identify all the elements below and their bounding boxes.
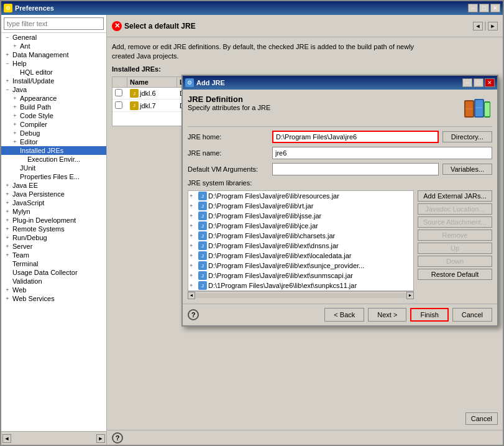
sidebar-item-hql-editor[interactable]: + HQL editor [1, 68, 106, 77]
sidebar-item-compiler[interactable]: + Compiler [1, 120, 106, 129]
libraries-section: + J D:\Program Files\Java\jre6\lib\resou… [188, 190, 492, 299]
variables-button[interactable]: Variables... [442, 164, 492, 175]
down-button[interactable]: Down [418, 256, 492, 267]
sidebar-item-junit[interactable]: + JUnit [1, 164, 106, 172]
list-item[interactable]: + J D:\Program Files\Java\jre6\lib\ext\s… [188, 261, 413, 271]
restore-default-button[interactable]: Restore Default [418, 269, 492, 280]
sidebar-item-web[interactable]: + Web [1, 286, 106, 294]
finish-button[interactable]: Finish [410, 308, 448, 322]
sidebar-item-label: Properties Files E... [20, 173, 80, 180]
sidebar-item-run-debug[interactable]: + Run/Debug [1, 233, 106, 242]
list-item[interactable]: + J D:\1Program Files\Java\jre6\lib\ext\… [188, 281, 413, 290]
scroll-track [195, 293, 406, 298]
sidebar-item-build-path[interactable]: + Build Path [1, 103, 106, 111]
sidebar-item-execution-env[interactable]: + Execution Envir... [1, 155, 106, 164]
list-item[interactable]: + J D:\Program Files\Java\jre6\lib\ext\s… [188, 271, 413, 281]
libraries-buttons: Add External JARs... Javadoc Location...… [418, 190, 492, 299]
sidebar-item-general[interactable]: − General [1, 33, 106, 42]
minimize-button[interactable]: − [468, 4, 478, 12]
sidebar-item-label: Run/Debug [12, 234, 47, 241]
expand-icon: + [190, 282, 197, 289]
javadoc-location-button[interactable]: Javadoc Location... [418, 203, 492, 215]
sidebar-item-data-management[interactable]: + Data Management [1, 50, 106, 59]
vm-args-input[interactable] [272, 163, 439, 175]
sidebar-item-help[interactable]: − Help [1, 59, 106, 68]
sidebar-item-usage-data-collector[interactable]: + Usage Data Collector [1, 268, 106, 277]
jar-icon: J [198, 281, 207, 290]
sidebar-item-remote-systems[interactable]: + Remote Systems [1, 225, 106, 233]
jre-name-input[interactable] [272, 147, 492, 159]
list-item[interactable]: + J D:\Program Files\Java\jre6\lib\rt.ja… [188, 201, 413, 211]
title-bar: ⚙ Preferences − □ ✕ [1, 1, 503, 15]
sidebar-item-java-ee[interactable]: + Java EE [1, 181, 106, 190]
sidebar-item-debug[interactable]: + Debug [1, 129, 106, 137]
expand-icon: + [4, 243, 11, 250]
sidebar-item-ant[interactable]: + Ant [1, 42, 106, 50]
list-item[interactable]: + J D:\Program Files\Java\jre6\lib\jsse.… [188, 211, 413, 221]
sidebar-item-server[interactable]: + Server [1, 242, 106, 251]
filter-input[interactable] [4, 17, 104, 30]
list-item[interactable]: + J D:\Program Files\Java\jre6\lib\jce.j… [188, 221, 413, 231]
title-bar-buttons: − □ ✕ [468, 4, 500, 12]
sidebar-item-java[interactable]: − Java [1, 85, 106, 94]
list-item[interactable]: + J D:\Program Files\Java\jre6\lib\ext\d… [188, 241, 413, 251]
sidebar-item-properties-files[interactable]: + Properties Files E... [1, 172, 106, 181]
sidebar-item-validation[interactable]: + Validation [1, 277, 106, 286]
scroll-left-button[interactable]: ◄ [188, 292, 195, 299]
sidebar-item-editor[interactable]: + Editor [1, 137, 106, 146]
close-button[interactable]: ✕ [490, 4, 500, 12]
scroll-right-button[interactable]: ► [406, 292, 414, 299]
list-item[interactable]: + J D:\Program Files\Java\jre6\lib\ext\l… [188, 251, 413, 261]
libraries-remove-button[interactable]: Remove [418, 230, 492, 241]
right-body: Add, remove or edit JRE definitions. By … [107, 37, 503, 430]
up-button[interactable]: Up [418, 243, 492, 254]
cancel-button[interactable]: Cancel [452, 308, 492, 322]
sidebar-bottom-bar: ◄ ► [1, 431, 106, 445]
sidebar-item-plugin-development[interactable]: + Plug-in Development [1, 216, 106, 225]
svg-rect-3 [475, 100, 483, 116]
dialog-maximize-button[interactable]: □ [474, 78, 483, 87]
sidebar-item-team[interactable]: + Team [1, 251, 106, 259]
sidebar-item-label: Data Management [12, 51, 69, 58]
dialog-body: JRE Definition Specify attributes for a … [183, 90, 497, 304]
sidebar-item-label: Plug-in Development [12, 216, 76, 224]
sidebar-item-appearance[interactable]: + Appearance [1, 94, 106, 103]
nav-forward-button[interactable]: ► [488, 22, 498, 30]
sidebar-item-code-style[interactable]: + Code Style [1, 111, 106, 120]
maximize-button[interactable]: □ [479, 4, 489, 12]
dialog-header-title: JRE Definition [188, 95, 456, 104]
sidebar-item-java-persistence[interactable]: + Java Persistence [1, 190, 106, 198]
source-attachment-button[interactable]: Source Attachment... [418, 216, 492, 228]
help-button[interactable]: ? [112, 432, 123, 444]
jre-home-row: JRE home: Directory... [188, 131, 492, 143]
lib-item-label: D:\Program Files\Java\jre6\lib\ext\sunjc… [208, 262, 364, 269]
sidebar-item-installed-jres[interactable]: − Installed JREs [1, 146, 106, 155]
sidebar-item-label: Server [12, 243, 32, 250]
sidebar-forward-button[interactable]: ► [96, 434, 105, 443]
directory-button[interactable]: Directory... [442, 131, 492, 142]
sidebar-item-label: Java Persistence [12, 190, 65, 198]
expand-icon: + [4, 77, 11, 85]
jar-icon: J [198, 271, 207, 280]
sidebar-item-javascript[interactable]: + JavaScript [1, 198, 106, 207]
dialog-minimize-button[interactable]: − [462, 78, 472, 87]
sidebar-item-terminal[interactable]: + Terminal [1, 259, 106, 268]
list-item[interactable]: + J D:\Program Files\Java\jre6\lib\resou… [188, 191, 413, 201]
add-jre-dialog: ⚙ Add JRE − □ ✕ [181, 75, 498, 327]
expand-icon: + [4, 182, 11, 189]
sidebar-back-button[interactable]: ◄ [2, 434, 11, 443]
jar-icon: J [198, 241, 207, 250]
next-button[interactable]: Next > [368, 308, 406, 322]
svg-rect-5 [485, 103, 490, 116]
sidebar-item-web-services[interactable]: + Web Services [1, 294, 106, 303]
add-external-jars-button[interactable]: Add External JARs... [418, 190, 492, 202]
libraries-hscrollbar: ◄ ► [188, 291, 414, 299]
nav-back-button[interactable]: ◄ [473, 22, 483, 30]
dialog-help-button[interactable]: ? [188, 309, 199, 320]
dialog-close-button[interactable]: ✕ [485, 78, 495, 87]
sidebar-item-install-update[interactable]: + Install/Update [1, 77, 106, 85]
sidebar-item-mylyn[interactable]: + Mylyn [1, 207, 106, 216]
back-button[interactable]: < Back [324, 308, 364, 322]
list-item[interactable]: + J D:\Program Files\Java\jre6\lib\chars… [188, 231, 413, 241]
jre-home-input[interactable] [272, 131, 439, 143]
